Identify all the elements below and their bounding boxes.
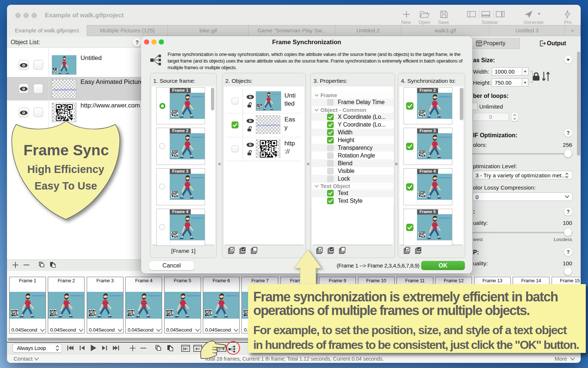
- svg-text:Easy To Use: Easy To Use: [35, 180, 97, 192]
- svg-text:Easy Animated Pictures: Easy Animated Pictures: [53, 88, 76, 91]
- svg-text:Frame Sync: Frame Sync: [24, 142, 109, 159]
- svg-text:Easy Animated Pictures: Easy Animated Pictures: [257, 124, 280, 126]
- svg-text:High Efficiency: High Efficiency: [27, 163, 104, 175]
